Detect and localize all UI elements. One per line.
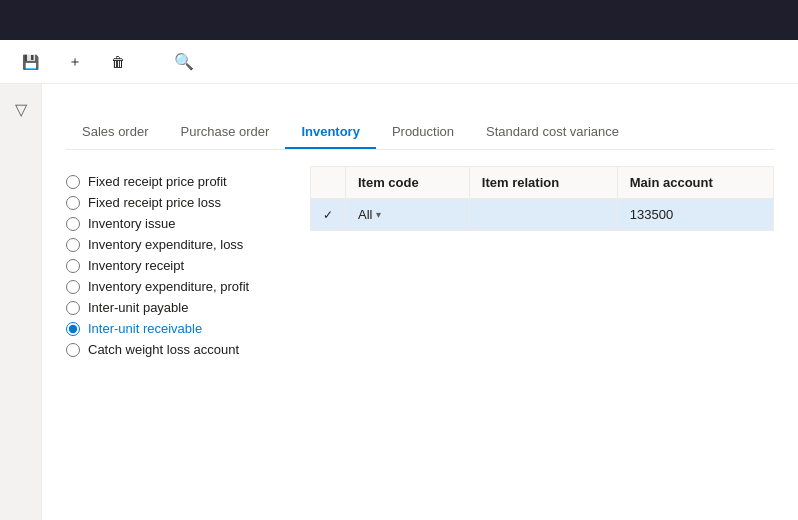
check-mark-icon: ✓ [323,208,333,222]
dropdown-arrow-icon[interactable]: ▾ [376,209,381,220]
radio-item-inventory-issue[interactable]: Inventory issue [66,216,286,231]
options-button[interactable] [144,56,164,68]
save-icon: 💾 [22,54,39,70]
top-bar [0,0,798,40]
col-header-main-account: Main account [617,167,773,199]
radio-item-inter-unit-receivable[interactable]: Inter-unit receivable [66,321,286,336]
tab-sales-order[interactable]: Sales order [66,116,164,149]
row-item-relation-0 [469,199,617,231]
radio-label-fixed-receipt-price-profit: Fixed receipt price profit [88,174,227,189]
select-panel: Fixed receipt price profitFixed receipt … [66,166,286,357]
radio-inventory-expenditure-loss[interactable] [66,238,80,252]
radio-item-inventory-expenditure-profit[interactable]: Inventory expenditure, profit [66,279,286,294]
filter-icon[interactable]: ▽ [7,92,35,127]
row-check-0: ✓ [311,199,346,231]
radio-item-catch-weight-loss-account[interactable]: Catch weight loss account [66,342,286,357]
radio-label-inventory-expenditure-loss: Inventory expenditure, loss [88,237,243,252]
tab-bar: Sales orderPurchase orderInventoryProduc… [66,116,774,150]
radio-list: Fixed receipt price profitFixed receipt … [66,174,286,357]
radio-fixed-receipt-price-loss[interactable] [66,196,80,210]
toolbar: 💾 ＋ 🗑 🔍 [0,40,798,84]
table-row[interactable]: ✓All▾133500 [311,199,774,231]
radio-label-inventory-receipt: Inventory receipt [88,258,184,273]
radio-fixed-receipt-price-profit[interactable] [66,175,80,189]
radio-item-inter-unit-payable[interactable]: Inter-unit payable [66,300,286,315]
radio-item-inventory-expenditure-loss[interactable]: Inventory expenditure, loss [66,237,286,252]
radio-label-inter-unit-receivable: Inter-unit receivable [88,321,202,336]
col-header-check [311,167,346,199]
tab-purchase-order[interactable]: Purchase order [164,116,285,149]
radio-label-fixed-receipt-price-loss: Fixed receipt price loss [88,195,221,210]
radio-inter-unit-payable[interactable] [66,301,80,315]
col-header-item-code: Item code [346,167,470,199]
row-item-code-0: All▾ [346,199,470,231]
page-container: Sales orderPurchase orderInventoryProduc… [42,84,798,520]
tab-production[interactable]: Production [376,116,470,149]
new-button[interactable]: ＋ [58,47,97,77]
radio-inventory-receipt[interactable] [66,259,80,273]
search-icon: 🔍 [174,53,194,70]
sidebar: ▽ [0,84,42,520]
radio-label-inventory-issue: Inventory issue [88,216,175,231]
radio-label-catch-weight-loss-account: Catch weight loss account [88,342,239,357]
main-layout: ▽ Sales orderPurchase orderInventoryProd… [0,84,798,520]
item-code-value: All [358,207,372,222]
tab-inventory[interactable]: Inventory [285,116,376,149]
delete-button[interactable]: 🗑 [101,48,140,76]
radio-item-fixed-receipt-price-loss[interactable]: Fixed receipt price loss [66,195,286,210]
data-grid: Item codeItem relationMain account ✓All▾… [310,166,774,231]
radio-item-inventory-receipt[interactable]: Inventory receipt [66,258,286,273]
radio-item-fixed-receipt-price-profit[interactable]: Fixed receipt price profit [66,174,286,189]
radio-label-inventory-expenditure-profit: Inventory expenditure, profit [88,279,249,294]
content-area: Sales orderPurchase orderInventoryProduc… [42,84,798,520]
save-button[interactable]: 💾 [12,48,54,76]
delete-icon: 🗑 [111,54,125,70]
radio-inventory-expenditure-profit[interactable] [66,280,80,294]
radio-inter-unit-receivable[interactable] [66,322,80,336]
col-header-item-relation: Item relation [469,167,617,199]
row-main-account-0: 133500 [617,199,773,231]
tab-standard-cost-variance[interactable]: Standard cost variance [470,116,635,149]
new-icon: ＋ [68,53,82,71]
radio-inventory-issue[interactable] [66,217,80,231]
radio-label-inter-unit-payable: Inter-unit payable [88,300,188,315]
radio-catch-weight-loss-account[interactable] [66,343,80,357]
search-button[interactable]: 🔍 [168,46,200,77]
grid-panel: Item codeItem relationMain account ✓All▾… [310,166,774,357]
two-col-layout: Fixed receipt price profitFixed receipt … [66,166,774,357]
